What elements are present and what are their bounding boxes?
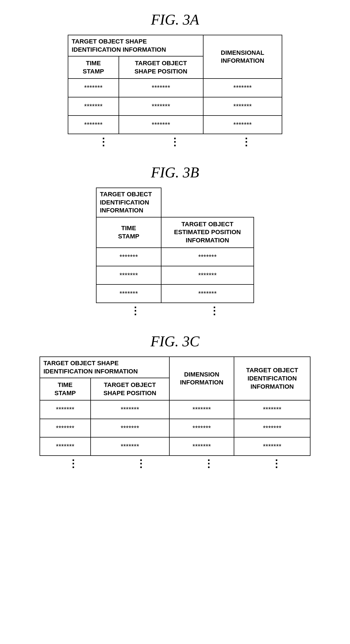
fig3a-dot3: ⋮ — [211, 137, 282, 147]
fig3a-col1-header: TIMESTAMP — [68, 56, 119, 79]
fig3c-dot3: ⋮ — [175, 459, 243, 469]
table-row: ******* ******* ******* ******* — [40, 419, 310, 437]
fig3c-dot4: ⋮ — [243, 459, 310, 469]
fig3a-dot2: ⋮ — [139, 137, 211, 147]
fig3c-r3c2: ******* — [91, 437, 169, 456]
fig3c-dot1: ⋮ — [40, 459, 107, 469]
fig3b-dots: ⋮ ⋮ — [96, 306, 254, 316]
fig3a-r2c3: ******* — [203, 97, 282, 116]
fig3a-r2c2: ******* — [119, 97, 203, 116]
fig3a-col2-header: TARGET OBJECTSHAPE POSITION — [119, 56, 203, 79]
figure-3a-table: TARGET OBJECT SHAPEIDENTIFICATION INFORM… — [68, 35, 282, 134]
table-row: ******* ******* ******* — [68, 97, 282, 116]
fig3a-dots: ⋮ ⋮ ⋮ — [68, 137, 282, 147]
fig3c-r2c1: ******* — [40, 419, 91, 437]
table-row: ******* ******* ******* — [68, 116, 282, 134]
fig3b-col2-header: TARGET OBJECTESTIMATED POSITIONINFORMATI… — [161, 217, 254, 248]
figure-3a-section: FIG. 3A TARGET OBJECT SHAPEIDENTIFICATIO… — [17, 11, 333, 147]
fig3b-main-header: TARGET OBJECTIDENTIFICATIONINFORMATION — [96, 188, 161, 217]
fig3b-r1c2: ******* — [161, 248, 254, 266]
fig3a-dot1: ⋮ — [68, 137, 139, 147]
fig3a-r3c2: ******* — [119, 116, 203, 134]
table-row: ******* ******* — [96, 284, 254, 303]
fig3c-main-header-row: TARGET OBJECT SHAPEIDENTIFICATION INFORM… — [40, 357, 310, 378]
fig3b-r3c2: ******* — [161, 284, 254, 303]
fig3c-r1c4: ******* — [234, 400, 310, 419]
table-row: ******* ******* ******* ******* — [40, 400, 310, 419]
fig3a-main-header: TARGET OBJECT SHAPEIDENTIFICATION INFORM… — [68, 35, 203, 56]
fig3b-r2c2: ******* — [161, 266, 254, 284]
fig3c-dots: ⋮ ⋮ ⋮ ⋮ — [40, 459, 310, 469]
fig3c-dot2: ⋮ — [107, 459, 175, 469]
table-row: ******* ******* — [96, 266, 254, 284]
fig3a-r1c1: ******* — [68, 79, 119, 97]
fig3b-col2-empty-header — [161, 188, 254, 217]
figure-3c-section: FIG. 3C TARGET OBJECT SHAPEIDENTIFICATIO… — [17, 333, 333, 469]
fig3b-r1c1: ******* — [96, 248, 161, 266]
fig3c-r1c2: ******* — [91, 400, 169, 419]
fig3c-r2c4: ******* — [234, 419, 310, 437]
fig3c-r3c4: ******* — [234, 437, 310, 456]
figure-3c-title: FIG. 3C — [150, 333, 199, 350]
figure-3a-title: FIG. 3A — [151, 11, 199, 28]
fig3c-r1c1: ******* — [40, 400, 91, 419]
fig3a-r1c2: ******* — [119, 79, 203, 97]
fig3c-r3c3: ******* — [169, 437, 234, 456]
figure-3b-title: FIG. 3B — [151, 164, 199, 181]
fig3a-main-header-row: TARGET OBJECT SHAPEIDENTIFICATION INFORM… — [68, 35, 282, 56]
fig3c-r3c1: ******* — [40, 437, 91, 456]
fig3a-r2c1: ******* — [68, 97, 119, 116]
fig3b-r2c1: ******* — [96, 266, 161, 284]
fig3b-col1-header: TIMESTAMP — [96, 217, 161, 248]
fig3b-dot1: ⋮ — [96, 306, 175, 316]
fig3b-main-header-row: TARGET OBJECTIDENTIFICATIONINFORMATION — [96, 188, 254, 217]
fig3a-r3c3: ******* — [203, 116, 282, 134]
fig3a-r1c3: ******* — [203, 79, 282, 97]
table-row: ******* ******* ******* ******* — [40, 437, 310, 456]
table-row: ******* ******* ******* — [68, 79, 282, 97]
fig3a-col3-header: DIMENSIONALINFORMATION — [203, 35, 282, 79]
fig3c-r2c2: ******* — [91, 419, 169, 437]
fig3c-r1c3: ******* — [169, 400, 234, 419]
fig3c-main-header: TARGET OBJECT SHAPEIDENTIFICATION INFORM… — [40, 357, 169, 378]
fig3c-col2-header: TARGET OBJECTSHAPE POSITION — [91, 378, 169, 400]
fig3c-col1-header: TIMESTAMP — [40, 378, 91, 400]
fig3c-col4-header: TARGET OBJECTIDENTIFICATIONINFORMATION — [234, 357, 310, 400]
table-row: ******* ******* — [96, 248, 254, 266]
fig3b-dot2: ⋮ — [175, 306, 254, 316]
fig3c-r2c3: ******* — [169, 419, 234, 437]
figure-3b-table: TARGET OBJECTIDENTIFICATIONINFORMATION T… — [96, 188, 254, 303]
fig3b-r3c1: ******* — [96, 284, 161, 303]
fig3b-col-header-row: TIMESTAMP TARGET OBJECTESTIMATED POSITIO… — [96, 217, 254, 248]
fig3c-col3-header: DIMENSIONINFORMATION — [169, 357, 234, 400]
figure-3c-table: TARGET OBJECT SHAPEIDENTIFICATION INFORM… — [40, 356, 310, 456]
figure-3b-section: FIG. 3B TARGET OBJECTIDENTIFICATIONINFOR… — [17, 164, 333, 316]
fig3a-r3c1: ******* — [68, 116, 119, 134]
